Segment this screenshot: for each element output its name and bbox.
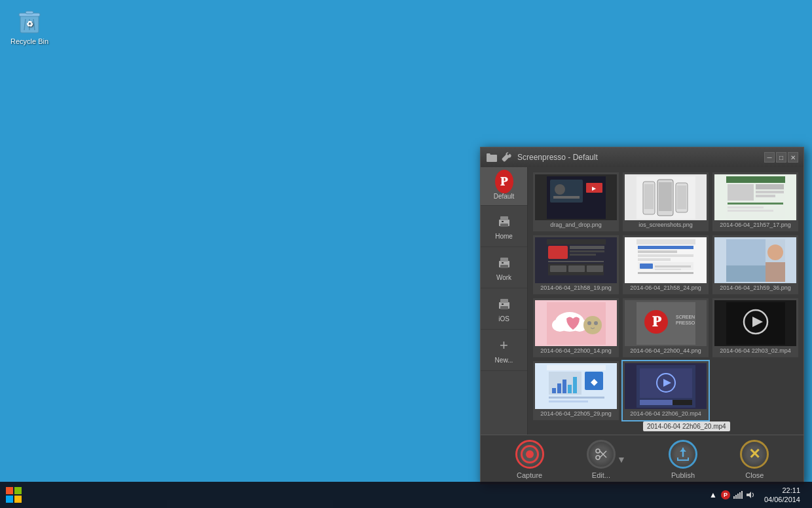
- sidebar-default-label: Default: [494, 193, 515, 200]
- settings-icon[interactable]: [500, 151, 512, 163]
- publish-button[interactable]: Publish: [669, 440, 697, 479]
- svg-marker-115: [747, 492, 751, 498]
- svg-point-73: [587, 321, 591, 325]
- window-controls: ─ □ ✕: [764, 152, 798, 163]
- svg-rect-109: [14, 496, 22, 503]
- close-button[interactable]: ✕: [788, 152, 798, 163]
- svg-rect-111: [735, 495, 737, 499]
- svg-rect-110: [733, 496, 735, 499]
- folder-icon[interactable]: [486, 151, 498, 163]
- svg-rect-18: [502, 303, 504, 305]
- thumb-img-4: [535, 237, 617, 283]
- svg-rect-90: [573, 377, 577, 393]
- svg-rect-2: [26, 11, 33, 14]
- svg-rect-12: [500, 258, 508, 262]
- close-label: Close: [745, 471, 764, 479]
- svg-point-65: [767, 244, 783, 260]
- sidebar-item-default[interactable]: 𝐏 Default: [481, 167, 527, 206]
- svg-text:◆: ◆: [590, 376, 597, 387]
- thumb-screenshot-7[interactable]: 2014-06-04_22h00_14.png: [533, 298, 619, 357]
- svg-rect-36: [756, 191, 784, 193]
- close-button[interactable]: ✕ Close: [740, 440, 769, 479]
- svg-rect-59: [640, 264, 653, 269]
- svg-point-21: [555, 184, 565, 195]
- edit-button[interactable]: Edit...: [587, 440, 616, 479]
- capture-btn-icon: [515, 440, 544, 469]
- taskbar-right: ▲ P: [708, 486, 809, 505]
- svg-rect-34: [728, 184, 754, 201]
- svg-text:PRESSO: PRESSO: [676, 321, 695, 325]
- clock-date: 04/06/2014: [764, 495, 800, 504]
- thumb-video-1[interactable]: 2014-06-04 22h03_02.mp4: [712, 298, 798, 357]
- thumb-screenshot-6[interactable]: 2014-06-04_21h59_36.png: [712, 235, 798, 294]
- title-bar-left: Screenpresso - Default: [486, 151, 598, 163]
- svg-rect-39: [728, 206, 764, 208]
- sidebar-item-ios[interactable]: iOS: [481, 288, 527, 330]
- svg-rect-66: [766, 262, 785, 282]
- thumb-label-6: 2014-06-04_21h59_36.png: [714, 283, 796, 292]
- thumb-screenshot-5[interactable]: 2014-06-04_21h58_24.png: [623, 235, 709, 294]
- thumb-img-3: [714, 174, 796, 220]
- publish-label: Publish: [671, 471, 695, 479]
- thumb-img-11: [625, 363, 707, 409]
- tray-volume-icon[interactable]: [745, 490, 756, 500]
- tray-expand-icon[interactable]: ▲: [708, 490, 718, 500]
- thumb-video-2[interactable]: 2014-06-04 22h06_20.mp4: [623, 361, 709, 420]
- svg-text:𝐏: 𝐏: [652, 313, 661, 330]
- tooltip: 2014-06-04 22h06_20.mp4: [643, 421, 730, 431]
- new-icon: +: [495, 336, 513, 355]
- thumb-label-9: 2014-06-04 22h03_02.mp4: [714, 346, 796, 355]
- tray-network-icon[interactable]: [733, 490, 743, 500]
- recycle-bin-icon[interactable]: ♻ Recycle Bin: [10, 7, 49, 45]
- svg-rect-67: [726, 265, 766, 282]
- sidebar-item-home[interactable]: Home: [481, 206, 527, 247]
- svg-rect-106: [6, 487, 13, 494]
- svg-rect-57: [638, 258, 671, 261]
- tray-screenpresso-icon[interactable]: P: [720, 490, 731, 500]
- thumbnails-grid: ▶ drag_and_drop.png: [533, 172, 798, 420]
- svg-rect-50: [568, 265, 585, 272]
- svg-point-74: [594, 321, 598, 325]
- thumb-img-5: [625, 237, 707, 283]
- minimize-button[interactable]: ─: [764, 152, 775, 163]
- sidebar-item-work[interactable]: Work: [481, 247, 527, 288]
- thumb-chart[interactable]: ◆ 2014-06-04_22h05_29.png: [533, 361, 619, 420]
- thumb-img-10: ◆: [535, 363, 617, 409]
- sidebar-ios-label: iOS: [498, 315, 509, 322]
- default-icon: 𝐏: [495, 172, 513, 191]
- svg-rect-51: [587, 265, 603, 272]
- thumb-screenshot-4[interactable]: 2014-06-04_21h58_19.png: [533, 235, 619, 294]
- svg-rect-40: [728, 210, 773, 212]
- svg-rect-41: [547, 239, 606, 282]
- thumb-label-3: 2014-06-04_21h57_17.png: [714, 220, 796, 229]
- svg-rect-47: [548, 261, 604, 262]
- thumb-label-7: 2014-06-04_22h00_14.png: [535, 346, 617, 355]
- svg-rect-9: [500, 224, 508, 227]
- svg-rect-49: [550, 265, 566, 272]
- start-button[interactable]: [3, 484, 24, 505]
- thumb-screenshot-3[interactable]: 2014-06-04_21h57_17.png: [712, 172, 798, 231]
- sidebar-item-new[interactable]: + New...: [481, 330, 527, 371]
- svg-rect-107: [14, 487, 22, 494]
- thumb-ios-screenshots[interactable]: ios_screenshots.png: [623, 172, 709, 231]
- svg-rect-27: [644, 184, 654, 209]
- thumb-drag-and-drop[interactable]: ▶ drag_and_drop.png: [533, 172, 619, 231]
- sidebar-work-label: Work: [496, 274, 511, 281]
- svg-rect-43: [548, 246, 568, 259]
- thumb-screenpresso-logo[interactable]: 𝐏 SCREEN PRESSO 2014-06-04_22h00_44.png: [623, 298, 709, 357]
- svg-rect-45: [570, 250, 604, 252]
- svg-rect-29: [659, 182, 672, 211]
- svg-text:SCREEN: SCREEN: [676, 315, 695, 319]
- home-printer-icon: [495, 212, 513, 231]
- edit-btn-icon: [587, 440, 616, 469]
- work-printer-icon: [495, 254, 513, 272]
- svg-rect-37: [756, 195, 775, 197]
- thumb-img-8: 𝐏 SCREEN PRESSO: [625, 300, 707, 346]
- recycle-bin-label: Recycle Bin: [10, 37, 48, 45]
- edit-label: Edit...: [592, 471, 610, 479]
- title-bar-app-icons: [486, 151, 512, 163]
- capture-button[interactable]: Capture: [515, 440, 544, 479]
- edit-dropdown-arrow[interactable]: ▼: [617, 454, 626, 465]
- maximize-button[interactable]: □: [776, 152, 786, 163]
- svg-rect-87: [557, 383, 561, 393]
